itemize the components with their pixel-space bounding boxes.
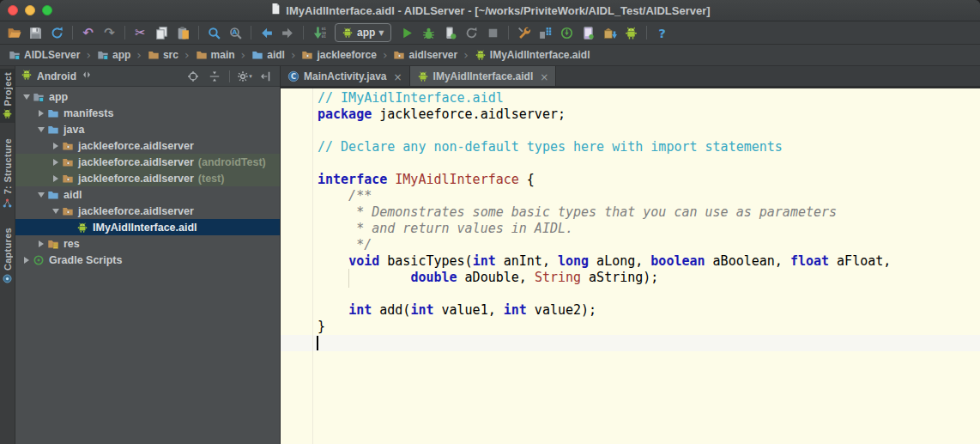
- chevron-leftright-icon[interactable]: [81, 69, 93, 84]
- tool-window-tab-project[interactable]: Project: [0, 69, 15, 123]
- project-structure-button[interactable]: [535, 22, 556, 43]
- project-view-selector[interactable]: Android: [37, 70, 76, 82]
- tool-window-tab-captures[interactable]: Captures: [0, 224, 15, 288]
- tree-item[interactable]: IMyAidlInterface.aidl: [15, 219, 280, 235]
- code-line: void basicTypes(int anInt, long aLong, b…: [318, 253, 980, 270]
- editor-tab-mainactivity-java[interactable]: CMainActivity.java×: [281, 66, 410, 86]
- tool-window-tab-structure[interactable]: 7: Structure: [0, 135, 15, 211]
- minimize-button[interactable]: [25, 5, 35, 15]
- tool-window-tab-label: Project: [3, 72, 13, 106]
- collapse-all-icon: [209, 70, 221, 82]
- titlebar: IMyAidlInterface.aidl - AIDLServer - [~/…: [0, 0, 980, 21]
- toolbar-separator: [124, 26, 125, 40]
- tree-item[interactable]: jackleeforce.aidlserver(androidTest): [15, 154, 280, 170]
- vcs-update-button[interactable]: 011001: [308, 22, 330, 43]
- save-button[interactable]: [25, 22, 46, 43]
- close-button[interactable]: [8, 5, 18, 15]
- synchronize-button[interactable]: [46, 22, 68, 43]
- debug-button[interactable]: [418, 22, 439, 43]
- close-tab-icon[interactable]: ×: [537, 69, 548, 84]
- breadcrumb-item[interactable]: IMyAidlInterface.aidl: [473, 49, 592, 61]
- paste-button[interactable]: [172, 22, 194, 43]
- svg-text:?: ?: [658, 26, 666, 40]
- replace-button[interactable]: A: [225, 22, 246, 43]
- breadcrumb-item[interactable]: main: [194, 49, 237, 61]
- package-icon: [62, 173, 74, 185]
- breadcrumb-item[interactable]: AIDLServer: [7, 49, 82, 61]
- find-button[interactable]: [203, 22, 225, 43]
- undo-button[interactable]: ↶: [77, 22, 99, 43]
- folder-blue-icon: [47, 124, 59, 136]
- breadcrumb-item[interactable]: app: [95, 49, 132, 61]
- dropdown-caret-icon: ▼: [378, 29, 384, 37]
- project-panel: Android ▾ appmanifestsjavajackleeforce.a…: [15, 66, 281, 444]
- hide-panel-button[interactable]: [257, 68, 275, 85]
- breadcrumb-separator: ›: [86, 48, 91, 62]
- open-folder-button[interactable]: [3, 22, 25, 43]
- breadcrumb-item[interactable]: jackleeforce: [299, 49, 378, 61]
- cut-button[interactable]: ✂: [130, 22, 151, 43]
- code-line: int add(int value1, int value2);: [318, 302, 980, 319]
- gradle-sync-button[interactable]: [556, 22, 578, 43]
- help-button[interactable]: ?: [651, 22, 673, 43]
- android-monitor-button[interactable]: [620, 22, 642, 43]
- back-button[interactable]: [256, 22, 277, 43]
- tree-collapsed-arrow[interactable]: [35, 240, 47, 247]
- android-monitor-icon: [624, 26, 638, 40]
- close-tab-icon[interactable]: ×: [390, 69, 402, 84]
- tree-item-scope-suffix: (test): [198, 173, 225, 185]
- code-line: }: [318, 319, 980, 335]
- run-button[interactable]: [396, 22, 418, 43]
- code-line: [318, 155, 980, 172]
- attach-debugger-button[interactable]: [439, 22, 461, 43]
- run-configuration-selector[interactable]: app▼: [335, 23, 391, 42]
- breadcrumb-label: main: [211, 49, 235, 61]
- tree-item[interactable]: java: [15, 121, 280, 137]
- tree-item[interactable]: aidl: [15, 186, 280, 203]
- code-text[interactable]: // IMyAidlInterface.aidlpackage jackleef…: [281, 88, 980, 351]
- editor-surface[interactable]: // IMyAidlInterface.aidlpackage jackleef…: [281, 88, 980, 444]
- breadcrumb-label: app: [112, 49, 130, 61]
- copy-button[interactable]: [151, 22, 172, 43]
- code-line: // IMyAidlInterface.aidl: [318, 90, 980, 106]
- collapse-all-button[interactable]: [206, 68, 223, 85]
- tree-expanded-arrow[interactable]: [35, 192, 47, 198]
- tree-expanded-arrow[interactable]: [35, 127, 47, 132]
- forward-button[interactable]: [277, 22, 299, 43]
- tree-item[interactable]: res: [15, 235, 280, 252]
- tree-item[interactable]: app: [15, 88, 280, 105]
- tree-item[interactable]: manifests: [15, 105, 280, 121]
- tree-collapsed-arrow[interactable]: [50, 159, 62, 166]
- tree-item[interactable]: Gradle Scripts: [15, 252, 280, 268]
- breadcrumb-item[interactable]: aidlserver: [391, 49, 459, 61]
- tree-collapsed-arrow[interactable]: [50, 175, 62, 182]
- apk-install-button[interactable]: [599, 22, 620, 43]
- breadcrumb-item[interactable]: aidl: [250, 49, 287, 61]
- tree-collapsed-arrow[interactable]: [21, 257, 33, 264]
- settings-gear-button[interactable]: ▾: [236, 68, 253, 85]
- tree-item-label: java: [64, 124, 84, 136]
- stop-button[interactable]: [482, 22, 504, 43]
- tree-item-scope-suffix: (androidTest): [198, 156, 266, 168]
- code-line: package jackleeforce.aidlserver;: [318, 106, 980, 123]
- redo-button[interactable]: ↷: [99, 22, 120, 43]
- editor-tab-imyaidlinterface-aidl[interactable]: IMyAidlInterface.aidl×: [410, 66, 557, 86]
- tree-expanded-arrow[interactable]: [50, 209, 62, 214]
- tree-item[interactable]: jackleeforce.aidlserver: [15, 203, 280, 219]
- tree-item[interactable]: jackleeforce.aidlserver: [15, 137, 280, 154]
- avd-manager-button[interactable]: [578, 22, 599, 43]
- code-line: * Demonstrates some basic types that you…: [318, 204, 980, 221]
- zoom-button[interactable]: [42, 5, 52, 15]
- breadcrumb-separator: ›: [241, 48, 246, 62]
- tree-collapsed-arrow[interactable]: [35, 110, 47, 117]
- folder-blue-icon: [47, 107, 59, 119]
- code-line: double aDouble, String aString);: [318, 270, 980, 286]
- tree-collapsed-arrow[interactable]: [50, 143, 62, 149]
- sdk-manager-button[interactable]: [513, 22, 535, 43]
- tree-item[interactable]: jackleeforce.aidlserver(test): [15, 170, 280, 186]
- breadcrumb-item[interactable]: src: [146, 49, 180, 61]
- tree-expanded-arrow[interactable]: [21, 94, 33, 100]
- locate-file-button[interactable]: [185, 68, 202, 85]
- rerun-button[interactable]: [461, 22, 482, 43]
- captures-tab-icon: [2, 273, 13, 284]
